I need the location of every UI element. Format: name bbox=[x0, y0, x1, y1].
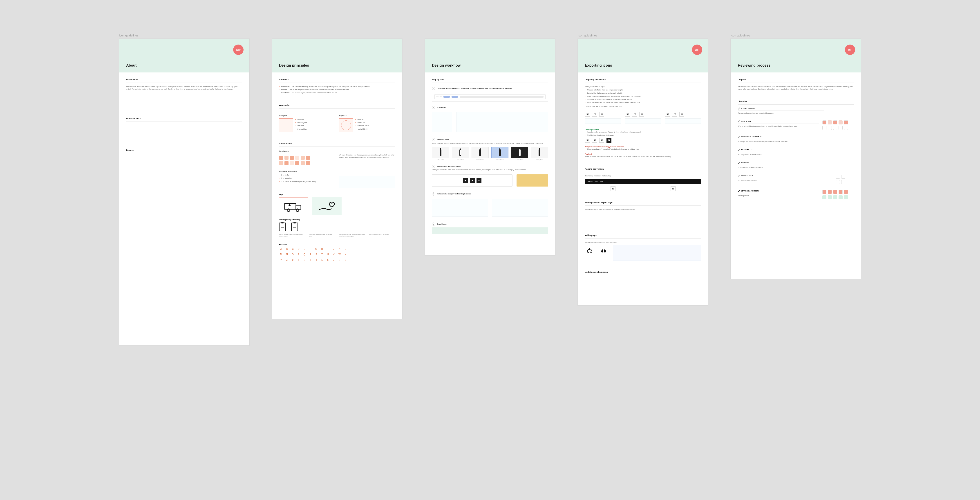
step-title: Export icons bbox=[437, 223, 446, 225]
step-6: 6 Export icons bbox=[432, 222, 548, 234]
frame-label-empty bbox=[272, 34, 402, 37]
list-item: The goal is to flatten them to a single … bbox=[585, 89, 701, 91]
step-title: Select the icons bbox=[437, 139, 449, 141]
step-title: Make sure the category and naming is cor… bbox=[437, 193, 471, 195]
inspector-panel-illustration bbox=[613, 245, 701, 261]
clarity-label: Clarity (pixel perfection) bbox=[279, 219, 395, 221]
clarity-note: Use increments of 1/2 for angles bbox=[369, 233, 395, 237]
section-preparing: Preparing the vectors Making icons ready… bbox=[585, 78, 701, 158]
list-item: circle 40 bbox=[355, 118, 369, 121]
checklist-item: LETTERS & NUMBERS Avoid if possible. bbox=[738, 190, 854, 200]
section-steps: Step by step 1 Create new icon or variat… bbox=[432, 78, 548, 234]
frame-workflow[interactable]: Design workflow Step by step 1 Create ne… bbox=[425, 39, 555, 256]
step-number-icon: 5 bbox=[432, 192, 435, 196]
bad-heading: Things to avoid when reviewing your icon… bbox=[585, 146, 701, 148]
frame-header: WIP Reviewing process bbox=[730, 39, 861, 72]
frame-exporting-wrap: Icon guidelines WIP Exporting icons Prep… bbox=[578, 34, 708, 305]
layer-mini bbox=[585, 118, 621, 124]
purpose-body: We want to do our best to make sure that… bbox=[738, 86, 854, 90]
frame-about[interactable]: WIP About Introduction Health icons is a… bbox=[119, 39, 250, 345]
list-item: 48×48 px bbox=[295, 118, 307, 121]
frame-about-wrap: Icon guidelines WIP About Introduction H… bbox=[119, 34, 250, 345]
section-foundation: Foundation Icon grid 48×48 px bounding b… bbox=[279, 104, 395, 132]
checklist-item: CORNERS & ENDPOINTS Is the style (stroke… bbox=[738, 136, 854, 143]
list-item: Clipping masks aren't supported / substi… bbox=[585, 148, 701, 150]
frame-reviewing[interactable]: WIP Reviewing process Purpose We want to… bbox=[730, 39, 861, 279]
keyshapes-label: Keyshapes bbox=[279, 150, 395, 153]
final-desc: Export individual paths for each icon an… bbox=[585, 155, 701, 158]
check-icon bbox=[738, 120, 740, 122]
clipboard-icon bbox=[291, 222, 298, 231]
keyshapes-grid bbox=[279, 156, 335, 165]
list-item: Select all the Outline strokes, so it's … bbox=[585, 92, 701, 94]
frame-exporting[interactable]: WIP Exporting icons Preparing the vector… bbox=[578, 39, 708, 305]
svg-rect-0 bbox=[285, 203, 296, 209]
section-heading: Construction bbox=[279, 142, 395, 147]
checklist-item: MEANING Is the meaning easy to understan… bbox=[738, 161, 854, 169]
canvas-illustration bbox=[456, 112, 548, 132]
page-title: About bbox=[126, 64, 242, 67]
section-heading: Naming convention bbox=[585, 168, 701, 172]
section-heading: Important links bbox=[126, 117, 242, 122]
toolbar-illustration: resource bbox=[432, 92, 548, 102]
list-item: Clean lines — the icon translates only v… bbox=[279, 86, 395, 88]
step-5: 5 Make sure the category and naming is c… bbox=[432, 192, 548, 219]
section-heading: License bbox=[126, 149, 242, 153]
keyshapes-desc: We have defined six key shapes you can u… bbox=[339, 154, 395, 159]
icon-grid-illustration bbox=[279, 118, 293, 132]
list-item: Using the boolean tools, combine the ind… bbox=[585, 95, 701, 97]
frame-principles[interactable]: Design principles Attributes Clean lines… bbox=[272, 39, 402, 319]
list-item: square 36 bbox=[355, 121, 369, 124]
good-heading: General guidelines bbox=[585, 129, 701, 131]
frame-body: Step by step 1 Create new icon or variat… bbox=[425, 72, 555, 256]
wip-badge: WIP bbox=[233, 45, 243, 55]
frame-principles-wrap: Design principles Attributes Clean lines… bbox=[272, 34, 402, 319]
clarity-note: Set the window size to pixel preview and… bbox=[279, 233, 305, 237]
step-2: 2 In progress bbox=[432, 106, 548, 134]
lungs-icon bbox=[599, 245, 608, 256]
list-item: 1 px resolution bbox=[279, 177, 335, 179]
list-item: vertical 28×40 bbox=[355, 128, 369, 130]
tags-illustration bbox=[585, 245, 701, 261]
toolbar-dark-illustration: ◆■● bbox=[432, 174, 512, 187]
list-item: safe area bbox=[295, 125, 307, 127]
final-heading: Final test! bbox=[585, 153, 701, 155]
hand-heart-icon bbox=[317, 201, 337, 212]
clarity-note: Do not use half pixel values except for … bbox=[339, 233, 365, 237]
frame-header: Design principles bbox=[272, 39, 402, 72]
section-purpose: Purpose We want to do our best to make s… bbox=[738, 78, 854, 90]
alphabet-label: Alphabet bbox=[279, 243, 395, 246]
list-item: Minimal — use as few shapes or details a… bbox=[279, 89, 395, 91]
section-heading: Purpose bbox=[738, 78, 854, 83]
technical-label: Technical guidelines bbox=[279, 170, 395, 173]
section-heading: Adding tags bbox=[585, 234, 701, 238]
section-introduction: Introduction Health icons is a volunteer… bbox=[126, 78, 242, 90]
prep-intro: Making icons ready to export: bbox=[585, 86, 701, 88]
step-4: 4 Make the icon a different colour Once … bbox=[432, 165, 548, 188]
check-icon bbox=[738, 136, 740, 138]
step-number-icon: 6 bbox=[432, 222, 435, 226]
page-title: Design workflow bbox=[432, 64, 548, 67]
icon-grid-label: Icon grid bbox=[279, 115, 335, 117]
clarity-note: All straight line vectors and curves are… bbox=[309, 233, 335, 237]
frame-body: Purpose We want to do our best to make s… bbox=[730, 72, 861, 279]
step-desc: All the icons are variants, so you only … bbox=[432, 142, 548, 145]
ambulance-illustration bbox=[279, 197, 308, 216]
page-title: Design principles bbox=[279, 64, 395, 67]
section-checklist: Checklist 2 PIXEL STROKE The icons all u… bbox=[738, 100, 854, 200]
alphabet-grid: ABCDEFGHIJKL MNOPQRSTUVWX YZ0123456789 bbox=[279, 248, 395, 262]
section-attributes: Attributes Clean lines — the icon transl… bbox=[279, 78, 395, 94]
color-swatch-illustration bbox=[517, 174, 548, 187]
lungs-icon bbox=[585, 245, 594, 256]
wip-badge: WIP bbox=[845, 45, 855, 55]
section-heading: Preparing the vectors bbox=[585, 78, 701, 83]
list-item: 1 px corner radius where you can (includ… bbox=[279, 181, 335, 183]
check-icon bbox=[738, 162, 740, 164]
checklist-item: CONSISTENCY Is it consistent with the se… bbox=[738, 175, 854, 184]
layers-panel-illustration bbox=[432, 112, 452, 132]
section-heading: Introduction bbox=[126, 78, 242, 83]
step-1: 1 Create new icon or variation for an ex… bbox=[432, 87, 548, 102]
frame-header: Design workflow bbox=[425, 39, 555, 72]
list-item: Keep the vector layer named "Vector" all… bbox=[585, 131, 701, 133]
list-item: 2 px padding bbox=[295, 128, 307, 130]
